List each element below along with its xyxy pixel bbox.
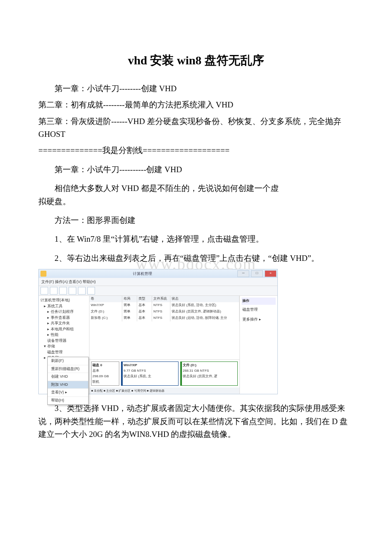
separator-line: ==============我是分割线=================== xyxy=(38,144,354,157)
disk-legend: ■ 未分配 ■ 主分区 ■ 扩展分区 ■ 可用空间 ■ 逻辑驱动器 xyxy=(89,387,239,394)
volume-grid: 卷 布局 类型 文件系统 状态 Win7/XP简单基本NTFS状态良好 (系统,… xyxy=(89,296,239,360)
toolbar xyxy=(39,286,277,296)
ctx-refresh[interactable]: 刷新(F) xyxy=(48,357,88,365)
grid-row[interactable]: Win7/XP简单基本NTFS状态良好 (系统, 活动, 主分区) xyxy=(89,302,239,309)
col-type[interactable]: 类型 xyxy=(137,296,152,302)
grid-header: 卷 布局 类型 文件系统 状态 xyxy=(89,296,239,302)
toolbar-back-icon[interactable] xyxy=(40,287,48,295)
close-button[interactable]: × xyxy=(265,270,277,277)
menubar[interactable]: 文件(F) 操作(A) 查看(V) 帮助(H) xyxy=(39,278,277,286)
paragraph-intro: 相信绝大多数人对 VHD 都是不陌生的，先说说如何创建一个虚 xyxy=(38,182,354,195)
ctx-help[interactable]: 帮助(H) xyxy=(48,397,88,405)
chapter-1-heading: 第一章：小试牛刀----------创建 VHD xyxy=(38,163,354,176)
actions-heading: 操作 xyxy=(242,298,276,305)
partition-1[interactable]: Win7/XP 9.77 GB NTFS 状态良好 (系统, 主 xyxy=(121,361,179,386)
step-3: 3、类型选择 VHD，动态扩展或者固定大小随便你。其实依据我的实际使用感受来说，… xyxy=(38,402,354,441)
step-2: 2、等右边出来磁盘列表之后，再在“磁盘管理”上点击右键，“创建 VHD”。 xyxy=(38,252,354,265)
ctx-rescan[interactable]: 重新扫描磁盘(R) xyxy=(48,365,88,373)
tree-root[interactable]: 计算机管理(本地) xyxy=(40,298,87,304)
nav-tree: 计算机管理(本地) ▸ 系统工具 ▸ 任务计划程序 ▸ 事件查看器 ▸ 共享文件… xyxy=(39,296,89,394)
window-title: 计算机管理 xyxy=(48,271,236,277)
tree-performance[interactable]: ▸ 性能 xyxy=(40,332,87,338)
toolbar-icon[interactable] xyxy=(59,287,67,295)
grid-row[interactable]: 新加卷 (C:)简单基本NTFS状态良好 (启动, 活动, 故障转储, 主分 xyxy=(89,315,239,321)
tree-event-viewer[interactable]: ▸ 事件查看器 xyxy=(40,315,87,321)
app-icon xyxy=(40,271,46,277)
col-status[interactable]: 状态 xyxy=(170,296,239,302)
toc-chapter-2: 第二章：初有成就--------最简单的方法把系统灌入 VHD xyxy=(38,98,354,111)
ctx-view[interactable]: 查看(V) ▸ xyxy=(48,389,88,397)
context-menu: 刷新(F) 重新扫描磁盘(R) 创建 VHD 附加 VHD 查看(V) ▸ 帮助… xyxy=(47,357,89,405)
toolbar-icon[interactable] xyxy=(78,287,86,295)
col-volume[interactable]: 卷 xyxy=(89,296,122,302)
tree-device-manager[interactable]: 设备管理器 xyxy=(40,338,87,344)
actions-link-1[interactable]: 磁盘管理 xyxy=(242,305,276,314)
partition-2[interactable]: 文件 (D:) 288.31 GB NTFS 状态良好 (页面文件, 逻 xyxy=(180,361,238,386)
tree-shared-folders[interactable]: ▸ 共享文件夹 xyxy=(40,321,87,327)
actions-link-2[interactable]: 更多操作 ▸ xyxy=(242,315,276,324)
method-1-heading: 方法一：图形界面创建 xyxy=(38,214,354,227)
minimize-button[interactable]: ─ xyxy=(237,270,249,277)
toolbar-icon[interactable] xyxy=(69,287,76,295)
window-titlebar: 计算机管理 ─ □ × xyxy=(39,269,277,278)
screenshot-disk-management: 计算机管理 ─ □ × 文件(F) 操作(A) 查看(V) 帮助(H) 计算机管… xyxy=(38,269,278,394)
paragraph-intro-cont: 拟硬盘。 xyxy=(38,195,354,208)
step-1: 1、在 Win7/8 里“计算机”右键，选择管理，点击磁盘管理。 xyxy=(38,233,354,246)
grid-row[interactable]: 文件 (D:)简单基本NTFS状态良好 (页面文件, 逻辑驱动器) xyxy=(89,309,239,315)
toolbar-forward-icon[interactable] xyxy=(50,287,58,295)
disk-layout: 磁盘 0 基本 298.09 GB 联机 Win7/XP 9.77 GB NTF… xyxy=(89,360,239,387)
ctx-attach-vhd[interactable]: 附加 VHD xyxy=(48,381,88,389)
tree-disk-management[interactable]: 磁盘管理 刷新(F) 重新扫描磁盘(R) 创建 VHD 附加 VHD 查看(V)… xyxy=(40,350,87,356)
toc-chapter-1: 第一章：小试牛刀--------创建 VHD xyxy=(38,82,354,95)
tree-storage[interactable]: ▾ 存储 xyxy=(40,344,87,350)
tree-system-tools[interactable]: ▸ 系统工具 xyxy=(40,304,87,309)
maximize-button[interactable]: □ xyxy=(251,270,263,277)
tree-local-users[interactable]: ▸ 本地用户和组 xyxy=(40,327,87,332)
toc-chapter-3: 第三章：骨灰级进阶------VHD 差分硬盘实现秒备份、秒恢复、分支多系统，完… xyxy=(38,115,354,141)
disk-info[interactable]: 磁盘 0 基本 298.09 GB 联机 xyxy=(91,361,119,386)
tree-task-scheduler[interactable]: ▸ 任务计划程序 xyxy=(40,309,87,315)
col-layout[interactable]: 布局 xyxy=(122,296,137,302)
document-title: vhd 安装 win8 盘符无乱序 xyxy=(38,51,354,70)
toolbar-icon[interactable] xyxy=(87,287,95,295)
col-fs[interactable]: 文件系统 xyxy=(152,296,170,302)
ctx-create-vhd[interactable]: 创建 VHD xyxy=(48,373,88,381)
actions-pane: 操作 磁盘管理 更多操作 ▸ xyxy=(239,296,277,394)
